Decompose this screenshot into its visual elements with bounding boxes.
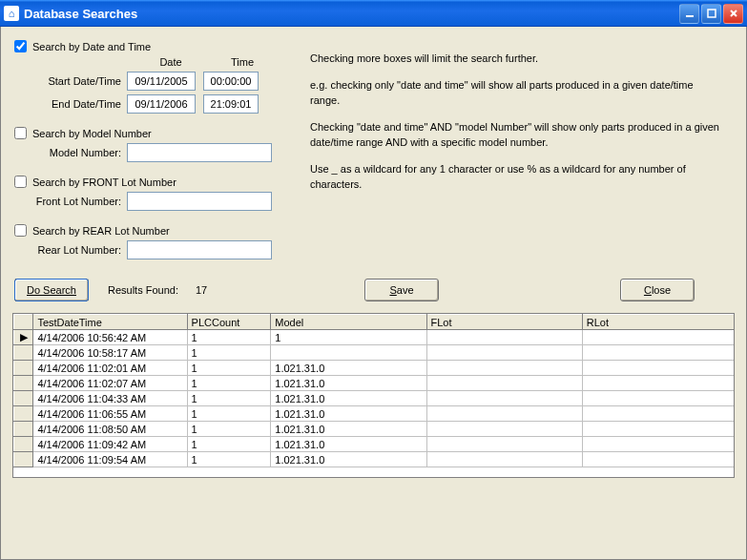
help-p2: e.g. checking only "date and time" will …	[310, 77, 723, 109]
column-header[interactable]: Model	[271, 315, 426, 330]
cell[interactable]: 4/14/2006 11:08:50 AM	[33, 422, 187, 437]
row-header[interactable]	[14, 345, 33, 361]
cell[interactable]: 1.021.31.0	[271, 406, 426, 422]
table-row[interactable]: 4/14/2006 11:04:33 AM11.021.31.0	[14, 391, 735, 406]
cell[interactable]: 1	[187, 422, 271, 437]
cell[interactable]	[582, 330, 734, 345]
input-front-lot[interactable]	[127, 192, 272, 211]
cell[interactable]	[426, 330, 582, 345]
cell[interactable]: 1	[187, 452, 271, 467]
input-end-date[interactable]	[127, 94, 196, 114]
close-dialog-button[interactable]: Close	[620, 279, 695, 301]
cell[interactable]: 1	[187, 391, 271, 406]
cell[interactable]	[426, 376, 582, 391]
cell[interactable]: 1	[187, 437, 271, 452]
row-header[interactable]: ▶	[14, 330, 33, 345]
cell[interactable]: 1.021.31.0	[271, 376, 426, 391]
section-front-lot: Search by FRONT Lot Number Front Lot Num…	[14, 176, 301, 211]
row-header[interactable]	[14, 406, 33, 422]
cell[interactable]	[426, 406, 582, 422]
cell[interactable]: 1	[187, 361, 271, 376]
client-area: Search by Date and Time Date Time Start …	[0, 27, 747, 560]
table-row[interactable]: ▶4/14/2006 10:56:42 AM11	[14, 330, 735, 345]
label-front-lot-check: Search by FRONT Lot Number	[32, 176, 176, 188]
cell[interactable]: 4/14/2006 11:06:55 AM	[33, 406, 187, 422]
label-rear-lot: Rear Lot Number:	[14, 244, 127, 256]
cell[interactable]	[426, 452, 582, 467]
label-front-lot: Front Lot Number:	[14, 196, 127, 207]
checkbox-date-time[interactable]	[14, 40, 27, 52]
minimize-button[interactable]	[679, 4, 699, 24]
checkbox-rear-lot[interactable]	[14, 224, 27, 237]
cell[interactable]: 1	[271, 330, 426, 345]
cell[interactable]	[582, 422, 734, 437]
do-search-button[interactable]: Do Search	[14, 279, 89, 301]
table-row[interactable]: 4/14/2006 11:08:50 AM11.021.31.0	[14, 422, 735, 437]
row-header[interactable]	[14, 361, 33, 376]
table-row[interactable]: 4/14/2006 11:02:07 AM11.021.31.0	[14, 376, 735, 391]
cell[interactable]: 1	[187, 376, 271, 391]
cell[interactable]: 1.021.31.0	[271, 437, 426, 452]
row-header[interactable]	[14, 452, 33, 467]
input-end-time[interactable]	[203, 94, 259, 114]
row-header[interactable]	[14, 437, 33, 452]
input-rear-lot[interactable]	[127, 240, 272, 259]
results-found-label: Results Found:	[108, 284, 178, 296]
cell[interactable]: 4/14/2006 10:58:17 AM	[33, 345, 187, 361]
cell[interactable]	[582, 391, 734, 406]
input-model-number[interactable]	[127, 143, 272, 162]
column-header[interactable]: FLot	[426, 315, 582, 330]
checkbox-model-number[interactable]	[14, 127, 27, 139]
cell[interactable]: 4/14/2006 11:09:42 AM	[33, 437, 187, 452]
cell[interactable]	[426, 361, 582, 376]
results-grid: TestDateTimePLCCountModelFLotRLot ▶4/14/…	[12, 313, 735, 478]
cell[interactable]: 1.021.31.0	[271, 391, 426, 406]
column-header[interactable]: PLCCount	[187, 315, 271, 330]
table-row[interactable]: 4/14/2006 11:09:42 AM11.021.31.0	[14, 437, 735, 452]
label-model-number: Model Number:	[14, 147, 127, 158]
input-start-date[interactable]	[127, 72, 196, 91]
cell[interactable]	[582, 376, 734, 391]
cell[interactable]	[582, 437, 734, 452]
cell[interactable]: 1	[187, 330, 271, 345]
input-start-time[interactable]	[203, 72, 259, 91]
row-header[interactable]	[14, 422, 33, 437]
cell[interactable]	[582, 361, 734, 376]
grid-scroll-area[interactable]: TestDateTimePLCCountModelFLotRLot ▶4/14/…	[13, 314, 734, 477]
maximize-button[interactable]	[701, 4, 721, 24]
cell[interactable]: 4/14/2006 11:04:33 AM	[33, 391, 187, 406]
help-text: Checking more boxes will limit the searc…	[301, 40, 733, 273]
grid-corner	[14, 315, 33, 330]
row-header[interactable]	[14, 391, 33, 406]
cell[interactable]: 1	[187, 345, 271, 361]
cell[interactable]: 4/14/2006 11:02:01 AM	[33, 361, 187, 376]
cell[interactable]	[426, 437, 582, 452]
help-p3: Checking "date and time" AND "model Numb…	[310, 119, 723, 151]
cell[interactable]	[426, 391, 582, 406]
cell[interactable]	[426, 345, 582, 361]
window-title: Database Searches	[24, 7, 679, 21]
cell[interactable]	[271, 345, 426, 361]
column-header[interactable]: TestDateTime	[33, 315, 187, 330]
cell[interactable]: 4/14/2006 11:02:07 AM	[33, 376, 187, 391]
table-row[interactable]: 4/14/2006 11:06:55 AM11.021.31.0	[14, 406, 735, 422]
cell[interactable]	[582, 406, 734, 422]
cell[interactable]: 4/14/2006 10:56:42 AM	[33, 330, 187, 345]
checkbox-front-lot[interactable]	[14, 176, 27, 188]
cell[interactable]: 1	[187, 406, 271, 422]
save-button[interactable]: Save	[364, 279, 439, 301]
app-icon: ⌂	[4, 6, 19, 21]
table-row[interactable]: 4/14/2006 11:09:54 AM11.021.31.0	[14, 452, 735, 467]
cell[interactable]	[426, 422, 582, 437]
column-header[interactable]: RLot	[582, 315, 734, 330]
table-row[interactable]: 4/14/2006 10:58:17 AM1	[14, 345, 735, 361]
cell[interactable]: 1.021.31.0	[271, 422, 426, 437]
row-header[interactable]	[14, 376, 33, 391]
cell[interactable]	[582, 452, 734, 467]
table-row[interactable]: 4/14/2006 11:02:01 AM11.021.31.0	[14, 361, 735, 376]
cell[interactable]: 1.021.31.0	[271, 452, 426, 467]
cell[interactable]	[582, 345, 734, 361]
close-button[interactable]	[723, 4, 743, 24]
cell[interactable]: 4/14/2006 11:09:54 AM	[33, 452, 187, 467]
cell[interactable]: 1.021.31.0	[271, 361, 426, 376]
